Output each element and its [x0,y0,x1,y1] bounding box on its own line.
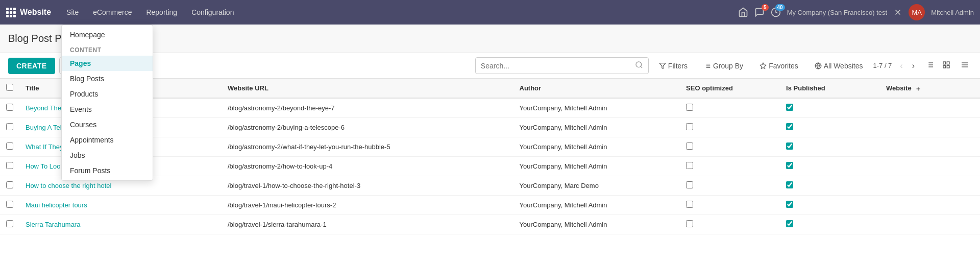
row-seo-3[interactable] [680,157,780,176]
nav-reporting[interactable]: Reporting [139,0,184,25]
row-website-2 [880,137,980,157]
pagination-info: 1-7 / 7 [873,62,892,69]
activity-icon-btn[interactable]: 40 [771,7,781,17]
header-select-all[interactable] [0,79,19,98]
row-seo-1[interactable] [680,118,780,137]
select-all-checkbox[interactable] [6,84,13,91]
row-published-checkbox-2[interactable] [786,142,793,150]
row-published-2[interactable] [780,137,880,157]
row-published-6[interactable] [780,215,880,234]
favorites-button[interactable]: Favorites [753,59,804,73]
row-checkbox-1[interactable] [6,123,13,130]
dropdown-jobs[interactable]: Jobs [62,148,153,163]
row-author-2: YourCompany, Mitchell Admin [513,137,680,157]
row-seo-checkbox-3[interactable] [686,162,693,169]
header-published[interactable]: Is Published [780,79,880,98]
row-website-1 [880,118,980,137]
header-url[interactable]: Website URL [222,79,513,98]
row-checkbox-0[interactable] [6,104,13,111]
row-published-4[interactable] [780,176,880,196]
dropdown-events[interactable]: Events [62,102,153,117]
row-title-6[interactable]: Sierra Tarahumara [19,215,222,234]
row-seo-checkbox-0[interactable] [686,104,693,111]
row-published-checkbox-6[interactable] [786,220,793,227]
kanban-view-button[interactable] [939,59,953,73]
row-seo-6[interactable] [680,215,780,234]
dropdown-forum-posts[interactable]: Forum Posts [62,163,153,178]
row-checkbox-3[interactable] [6,162,13,169]
row-published-checkbox-5[interactable] [786,201,793,208]
row-url-4: /blog/travel-1/how-to-choose-the-right-h… [222,176,513,196]
row-seo-checkbox-4[interactable] [686,181,693,188]
row-published-checkbox-0[interactable] [786,104,793,111]
row-url-5: /blog/travel-1/maui-helicopter-tours-2 [222,196,513,215]
row-seo-checkbox-2[interactable] [686,142,693,150]
row-checkbox-cell[interactable] [0,98,19,118]
dropdown-courses[interactable]: Courses [62,117,153,132]
row-published-5[interactable] [780,196,880,215]
row-seo-5[interactable] [680,196,780,215]
dropdown-blog-posts[interactable]: Blog Posts [62,71,153,86]
row-seo-checkbox-1[interactable] [686,123,693,130]
search-icon[interactable] [635,61,643,70]
table-row: Sierra Tarahumara /blog/travel-1/sierra-… [0,215,980,234]
row-author-6: YourCompany, Mitchell Admin [513,215,680,234]
row-published-checkbox-1[interactable] [786,123,793,130]
dropdown-products[interactable]: Products [62,86,153,102]
row-seo-2[interactable] [680,137,780,157]
table-row: Maui helicopter tours /blog/travel-1/mau… [0,196,980,215]
user-avatar[interactable]: MA [909,4,925,20]
user-name[interactable]: Mitchell Admin [931,9,974,16]
group-by-button[interactable]: Group By [698,59,749,73]
pagination-controls: ‹ › [896,59,919,73]
navbar: Website Site eCommerce Reporting Configu… [0,0,980,25]
list-view-button[interactable] [923,59,937,73]
row-seo-4[interactable] [680,176,780,196]
row-title-5[interactable]: Maui helicopter tours [19,196,222,215]
row-checkbox-cell[interactable] [0,196,19,215]
row-website-6 [880,215,980,234]
row-published-checkbox-4[interactable] [786,181,793,188]
row-published-3[interactable] [780,157,880,176]
settings-icon-btn[interactable] [893,8,902,17]
row-checkbox-6[interactable] [6,220,13,227]
row-checkbox-cell[interactable] [0,215,19,234]
dropdown-pages[interactable]: Pages [62,56,153,71]
row-published-checkbox-3[interactable] [786,162,793,169]
filters-button[interactable]: Filters [653,59,694,73]
header-seo[interactable]: SEO optimized [680,79,780,98]
row-published-1[interactable] [780,118,880,137]
row-checkbox-2[interactable] [6,142,13,150]
search-input[interactable] [481,62,635,70]
home-icon-btn[interactable] [738,7,748,17]
row-checkbox-cell[interactable] [0,176,19,196]
row-author-5: YourCompany, Mitchell Admin [513,196,680,215]
row-checkbox-cell[interactable] [0,157,19,176]
prev-page-button[interactable]: ‹ [896,59,906,73]
header-author[interactable]: Author [513,79,680,98]
dropdown-homepage[interactable]: Homepage [62,27,153,42]
row-checkbox-5[interactable] [6,201,13,208]
optional-columns-button[interactable] [958,59,972,73]
messages-icon-btn[interactable]: 5 [754,7,765,17]
row-seo-checkbox-6[interactable] [686,220,693,227]
row-seo-0[interactable] [680,98,780,118]
row-website-5 [880,196,980,215]
row-seo-checkbox-5[interactable] [686,201,693,208]
row-checkbox-cell[interactable] [0,137,19,157]
row-checkbox-4[interactable] [6,181,13,188]
row-published-0[interactable] [780,98,880,118]
company-name[interactable]: My Company (San Francisco) test [787,9,888,16]
brand-name: Website [20,8,51,17]
apps-icon[interactable] [6,8,16,17]
nav-site[interactable]: Site [59,0,86,25]
next-page-button[interactable]: › [908,59,919,73]
row-url-3: /blog/astronomy-2/how-to-look-up-4 [222,157,513,176]
create-button[interactable]: CREATE [8,58,55,74]
all-websites-button[interactable]: All Websites [808,59,869,73]
header-website[interactable]: Website [880,79,980,98]
nav-ecommerce[interactable]: eCommerce [86,0,139,25]
nav-configuration[interactable]: Configuration [184,0,241,25]
row-checkbox-cell[interactable] [0,118,19,137]
dropdown-appointments[interactable]: Appointments [62,132,153,148]
